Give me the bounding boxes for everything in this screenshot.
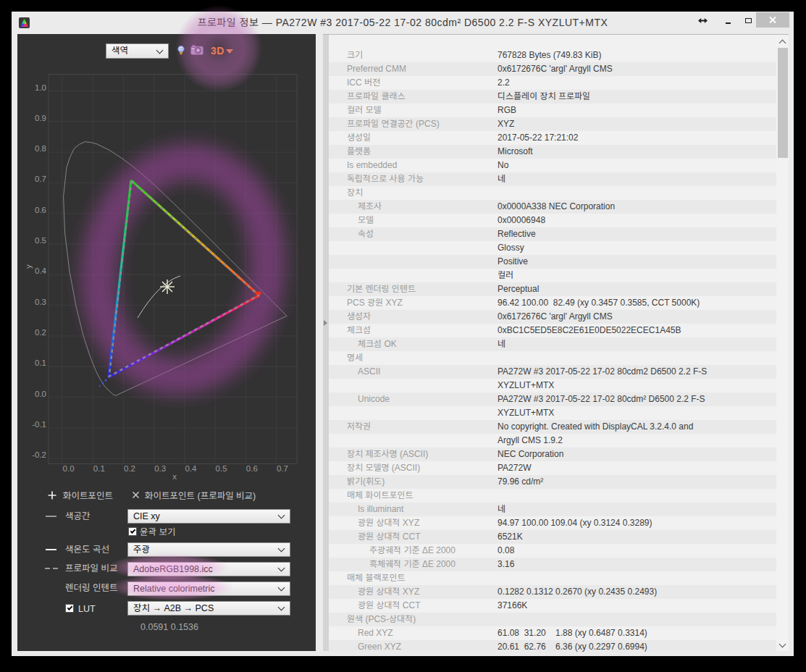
svg-text:0.3: 0.3 [154, 464, 166, 473]
svg-text:0.1: 0.1 [93, 464, 105, 473]
svg-text:0.6: 0.6 [246, 464, 258, 473]
svg-text:0.0: 0.0 [63, 464, 75, 473]
svg-text:1.0: 1.0 [35, 83, 46, 92]
svg-text:0.4: 0.4 [35, 266, 47, 275]
svg-text:0.5: 0.5 [216, 464, 227, 473]
svg-text:0.7: 0.7 [277, 464, 288, 473]
svg-text:x: x [172, 472, 177, 481]
svg-text:0.1: 0.1 [35, 358, 46, 367]
svg-text:-0.1: -0.1 [32, 420, 46, 429]
svg-text:y: y [24, 264, 33, 269]
svg-text:0.2: 0.2 [35, 328, 46, 337]
svg-text:0.9: 0.9 [35, 114, 46, 122]
svg-text:0.5: 0.5 [35, 236, 46, 245]
svg-text:0.6: 0.6 [35, 206, 46, 214]
svg-text:0.0: 0.0 [35, 390, 46, 398]
svg-text:0.3: 0.3 [35, 298, 46, 306]
svg-text:0.8: 0.8 [35, 144, 46, 153]
svg-text:0.4: 0.4 [185, 464, 197, 473]
svg-text:-0.2: -0.2 [32, 450, 46, 459]
svg-text:0.2: 0.2 [124, 464, 135, 473]
svg-text:0.7: 0.7 [35, 175, 46, 183]
